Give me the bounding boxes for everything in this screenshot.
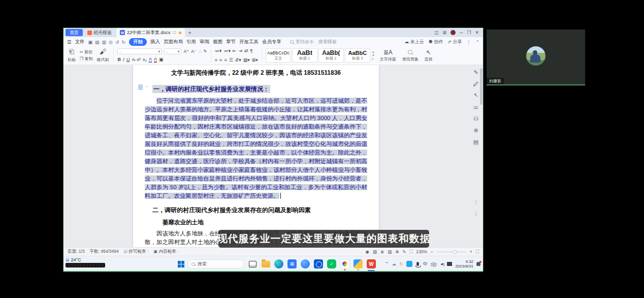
tray-expand-icon[interactable]: ⌃ bbox=[385, 261, 389, 266]
more-menu-icon[interactable]: ⋮ bbox=[466, 40, 471, 45]
zoom-out-button[interactable]: − bbox=[431, 249, 433, 254]
edge-button[interactable] bbox=[274, 259, 284, 269]
view-outline-icon[interactable]: ≣ bbox=[380, 249, 384, 254]
weather-widget[interactable]: ⇊24°C bbox=[66, 257, 105, 267]
subscript-icon[interactable]: x₂ bbox=[143, 57, 147, 62]
account-avatar[interactable] bbox=[450, 30, 456, 35]
paste-button[interactable]: ⎗ 粘贴 bbox=[67, 48, 77, 63]
style-heading1[interactable]: AaBt 标题 1 bbox=[292, 48, 317, 63]
save-icon[interactable]: ▣ bbox=[88, 40, 93, 45]
align-center-icon[interactable]: ≡ bbox=[219, 57, 222, 63]
select-button[interactable]: ↖ 选择 bbox=[423, 48, 434, 63]
font-name-combobox[interactable]: -▾ bbox=[117, 48, 162, 54]
typography-button[interactable]: ≣A 文字排版 bbox=[378, 48, 398, 63]
tab-references[interactable]: 引用 bbox=[186, 39, 196, 45]
font-size-combobox[interactable]: -▾ bbox=[164, 48, 181, 54]
align-right-icon[interactable]: ≡ bbox=[224, 57, 227, 63]
clock-app-button[interactable] bbox=[313, 259, 324, 269]
print-icon[interactable]: ▤ bbox=[95, 40, 100, 45]
home-tab[interactable]: 首页 bbox=[66, 29, 83, 36]
redo-icon[interactable]: ↻ bbox=[121, 40, 125, 45]
vertical-scrollbar[interactable] bbox=[480, 66, 482, 246]
pen-icon[interactable]: ✎ bbox=[473, 69, 478, 76]
bullet-list-icon[interactable]: ≔▾ bbox=[215, 48, 222, 53]
green-app-button[interactable]: ✓ bbox=[327, 259, 337, 269]
zoom-slider-knob[interactable] bbox=[453, 250, 457, 254]
scrollbar-thumb[interactable] bbox=[480, 68, 482, 105]
tab-section[interactable]: 章节 bbox=[226, 39, 236, 45]
shading-icon[interactable]: ▨▾ bbox=[243, 57, 250, 63]
export-image-icon[interactable]: ⛁ bbox=[473, 115, 478, 122]
tab-member[interactable]: 会员专享 bbox=[262, 39, 281, 45]
map-app-button[interactable] bbox=[353, 259, 363, 269]
tab-view[interactable]: 视图 bbox=[213, 39, 222, 45]
new-tab-button[interactable]: + bbox=[187, 29, 193, 36]
tab-page-layout[interactable]: 页面布局 bbox=[164, 39, 183, 45]
photos-app-button[interactable] bbox=[340, 259, 350, 269]
numbered-list-icon[interactable]: ≕▾ bbox=[223, 48, 231, 53]
bold-button[interactable]: B bbox=[117, 57, 121, 62]
hamburger-icon[interactable]: ☰ bbox=[67, 39, 72, 45]
zoom-in-button[interactable]: + bbox=[470, 249, 472, 254]
mic-icon[interactable] bbox=[416, 262, 419, 266]
collapse-ribbon-icon[interactable]: ⌃ bbox=[475, 40, 479, 45]
view-book-icon[interactable]: ▥ bbox=[388, 249, 392, 254]
italic-button[interactable]: I bbox=[123, 57, 124, 62]
command-search[interactable]: 查找命令、搜索模板 bbox=[290, 39, 337, 45]
undo-icon[interactable]: ↺ bbox=[115, 40, 119, 45]
copy-button[interactable]: ❐ 复制 bbox=[80, 56, 92, 62]
find-replace-button[interactable]: 查找替换 bbox=[401, 48, 420, 63]
tab-developer[interactable]: 开发工具 bbox=[239, 39, 259, 45]
fit-page-icon[interactable]: ⛶ bbox=[409, 249, 412, 255]
format-painter-button[interactable]: 🖌 格式刷 bbox=[95, 48, 110, 63]
text-effects-icon[interactable]: ✎ bbox=[203, 49, 207, 54]
restore-button[interactable]: ❐ bbox=[467, 30, 471, 35]
style-heading2[interactable]: AaBb( 标题 2 bbox=[318, 48, 344, 63]
highlighter-icon[interactable]: 🖉 bbox=[473, 81, 479, 87]
minimize-button[interactable]: ─ bbox=[460, 30, 463, 35]
close-button[interactable]: ✕ bbox=[475, 30, 479, 35]
underline-button[interactable]: U bbox=[126, 57, 130, 62]
line-spacing-icon[interactable]: ⇵▾ bbox=[235, 57, 241, 63]
windows-start-icon[interactable] bbox=[178, 261, 184, 267]
style-heading3[interactable]: AaBbC 标题 3 bbox=[345, 48, 370, 63]
tab-insert[interactable]: 插入 bbox=[150, 39, 160, 45]
zoom-level[interactable]: 130% bbox=[416, 249, 427, 254]
grow-font-icon[interactable]: A⁺ bbox=[183, 49, 189, 54]
margin-comment-icon[interactable] bbox=[138, 84, 143, 90]
cut-button[interactable]: ✂ 剪切 bbox=[80, 49, 92, 55]
view-web-icon[interactable]: ⊕ bbox=[395, 249, 399, 254]
blue-app-button[interactable] bbox=[300, 259, 310, 269]
superscript-icon[interactable]: x² bbox=[137, 57, 141, 62]
ime-indicator[interactable]: 中 bbox=[423, 261, 428, 267]
view-edit-icon[interactable]: ✎ bbox=[402, 249, 406, 254]
shrink-font-icon[interactable]: A⁻ bbox=[191, 49, 197, 54]
content-check-toggle[interactable]: ▣ 内容检查 · bbox=[153, 249, 178, 255]
task-view-button[interactable] bbox=[247, 259, 257, 269]
zoom-slider[interactable] bbox=[437, 252, 466, 252]
font-color-icon[interactable]: A bbox=[154, 56, 157, 63]
notification-bell-icon[interactable] bbox=[476, 262, 480, 266]
style-scroll-up-icon[interactable]: ▲ bbox=[372, 50, 375, 53]
cloud-tray-icon[interactable]: ☁ bbox=[392, 261, 396, 266]
microsoft-store-button[interactable]: ⊞ bbox=[287, 259, 297, 269]
word-count[interactable]: 字数: 454/3494 bbox=[90, 249, 119, 255]
document-page[interactable]: 文学与新闻传播学院，22 级中师 2 班李昊，电话 18531511836 一，… bbox=[133, 65, 379, 247]
battery-icon[interactable] bbox=[447, 262, 452, 266]
tab-home[interactable]: 开始 bbox=[129, 38, 147, 46]
clear-format-icon[interactable]: ◌ bbox=[199, 49, 201, 54]
cloud-status[interactable]: ☁ 未上云 bbox=[404, 39, 424, 45]
cursor-icon[interactable]: ↖ bbox=[473, 92, 478, 99]
chat-tray-icon[interactable] bbox=[406, 261, 412, 267]
taskbar-search[interactable]: 搜索 bbox=[187, 259, 244, 269]
share-button[interactable]: ⇗ 分享 bbox=[447, 39, 462, 45]
clock-date[interactable]: 9:32 2023/8/31 bbox=[455, 259, 473, 269]
volume-icon[interactable]: ◄) bbox=[440, 262, 444, 266]
show-marks-icon[interactable]: ¶ bbox=[250, 48, 253, 53]
character-border-icon[interactable]: ▣ bbox=[159, 57, 164, 62]
wps-app-button[interactable]: W bbox=[366, 259, 376, 269]
increase-indent-icon[interactable]: ⇥ bbox=[238, 48, 242, 53]
page-nav-dots[interactable]: ⁞ bbox=[475, 199, 476, 205]
collaborate-button[interactable]: ⚉ 协作 bbox=[429, 39, 443, 45]
highlight-color-icon[interactable]: A bbox=[149, 56, 152, 63]
